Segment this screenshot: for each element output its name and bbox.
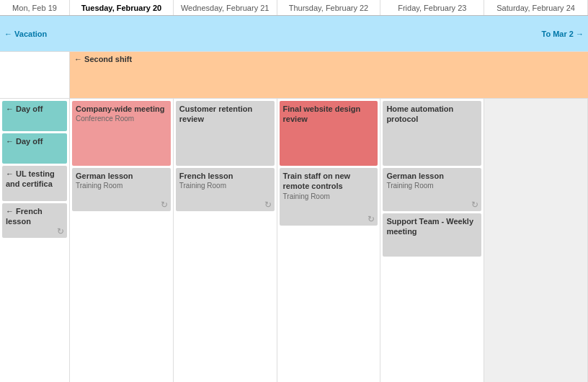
vacation-row: ← Vacation To Mar 2 → xyxy=(0,16,588,52)
event-fri-home[interactable]: Home automation protocol xyxy=(383,101,481,166)
header-wed[interactable]: Wednesday, February 21 xyxy=(174,0,277,15)
event-mon-dayoff1[interactable]: ← Day off xyxy=(2,101,67,131)
event-title: Final website design review xyxy=(283,104,375,125)
event-fri-support[interactable]: Support Team - Weekly meeting xyxy=(383,213,481,257)
events-row: ← Day off ← Day off ← UL testing and cer… xyxy=(0,99,588,382)
content-area: ← Vacation To Mar 2 → ← Second shift ← D… xyxy=(0,16,588,382)
event-subtitle: Conference Room xyxy=(76,115,167,123)
header-sat[interactable]: Saturday, February 24 xyxy=(484,0,588,15)
refresh-icon: ↻ xyxy=(368,214,375,224)
event-col-sat xyxy=(484,99,588,382)
event-title: German lesson xyxy=(386,171,478,181)
event-title: ← Day off xyxy=(6,104,63,114)
refresh-icon: ↻ xyxy=(161,200,168,210)
event-title: Support Team - Weekly meeting xyxy=(386,216,478,237)
ss-span-area: ← Second shift xyxy=(70,52,588,98)
event-col-tue: Company-wide meeting Conference Room Ger… xyxy=(70,99,174,382)
second-shift-row: ← Second shift xyxy=(0,52,588,99)
event-title: ← Day off xyxy=(6,136,63,146)
event-mon-ul[interactable]: ← UL testing and certifica xyxy=(2,166,67,201)
event-mon-french[interactable]: ← French lesson ↻ xyxy=(2,203,67,239)
event-mon-dayoff2[interactable]: ← Day off xyxy=(2,133,67,164)
event-wed-retention[interactable]: Customer retention review xyxy=(176,101,275,166)
event-col-thu: Final website design review Train staff … xyxy=(277,99,381,382)
event-subtitle: Training Room xyxy=(283,192,375,200)
event-fri-german[interactable]: German lesson Training Room ↻ xyxy=(383,168,481,211)
event-title: Home automation protocol xyxy=(386,104,478,125)
event-subtitle: Training Room xyxy=(76,182,167,190)
second-shift-label: ← Second shift xyxy=(74,55,132,63)
vacation-label-right: To Mar 2 → xyxy=(542,30,584,38)
event-title: ← French lesson xyxy=(6,206,63,227)
refresh-icon: ↻ xyxy=(471,200,478,210)
refresh-icon: ↻ xyxy=(264,200,272,210)
event-subtitle: Training Room xyxy=(179,182,271,190)
event-title: German lesson xyxy=(76,171,167,181)
second-shift-event[interactable]: ← Second shift xyxy=(70,52,588,98)
header-row: Mon, Feb 19 Tuesday, February 20 Wednesd… xyxy=(0,0,588,16)
vacation-label-left: ← Vacation xyxy=(4,30,47,38)
event-col-mon: ← Day off ← Day off ← UL testing and cer… xyxy=(0,99,70,382)
event-col-wed: Customer retention review French lesson … xyxy=(174,99,277,382)
vacation-event[interactable]: ← Vacation To Mar 2 → xyxy=(0,16,588,51)
event-wed-french[interactable]: French lesson Training Room ↻ xyxy=(176,168,275,211)
event-col-fri: Home automation protocol German lesson T… xyxy=(380,99,484,382)
event-thu-website[interactable]: Final website design review xyxy=(280,101,378,166)
event-thu-train[interactable]: Train staff on new remote controls Train… xyxy=(280,168,378,226)
header-thu[interactable]: Thursday, February 22 xyxy=(277,0,381,15)
ss-mon-empty xyxy=(0,52,70,98)
event-title: ← UL testing and certifica xyxy=(6,169,63,190)
header-fri[interactable]: Friday, February 23 xyxy=(380,0,484,15)
header-mon[interactable]: Mon, Feb 19 xyxy=(0,0,70,15)
event-tue-german[interactable]: German lesson Training Room ↻ xyxy=(72,168,171,211)
header-tue[interactable]: Tuesday, February 20 xyxy=(70,0,174,15)
event-title: Customer retention review xyxy=(179,104,271,125)
event-title: French lesson xyxy=(179,171,271,181)
event-subtitle: Training Room xyxy=(386,182,478,190)
event-title: Train staff on new remote controls xyxy=(283,171,375,192)
calendar-page: Mon, Feb 19 Tuesday, February 20 Wednesd… xyxy=(0,0,588,382)
refresh-icon: ↻ xyxy=(57,226,64,236)
event-tue-company[interactable]: Company-wide meeting Conference Room xyxy=(72,101,171,166)
event-title: Company-wide meeting xyxy=(76,104,167,114)
